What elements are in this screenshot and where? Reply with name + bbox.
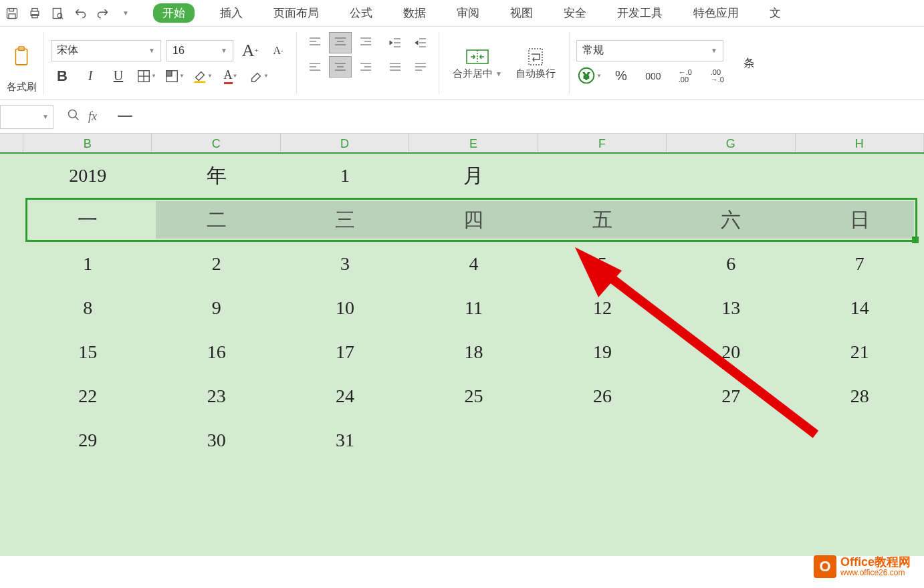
- increase-decimal[interactable]: .00→.0: [705, 65, 730, 87]
- cell[interactable]: 28: [796, 374, 924, 418]
- indent-increase[interactable]: [409, 32, 432, 53]
- save-icon[interactable]: [3, 5, 21, 22]
- decrease-font-icon[interactable]: A-: [267, 40, 290, 61]
- cell[interactable]: 6: [667, 242, 795, 286]
- col-f[interactable]: F: [538, 134, 667, 152]
- cell[interactable]: 六: [667, 198, 795, 242]
- align-center[interactable]: [329, 56, 352, 78]
- thousands-button[interactable]: 000: [641, 65, 666, 87]
- paste-button[interactable]: [7, 33, 36, 80]
- cell[interactable]: 12: [538, 286, 667, 330]
- cell[interactable]: 五: [538, 198, 667, 242]
- align-top-left[interactable]: [304, 32, 326, 53]
- distribute[interactable]: [409, 56, 432, 78]
- cell[interactable]: 9: [152, 286, 280, 330]
- align-top-center[interactable]: [329, 32, 352, 53]
- cell[interactable]: [796, 418, 924, 462]
- font-name-select[interactable]: 宋体 ▼: [51, 40, 161, 61]
- cell[interactable]: 2: [152, 242, 280, 286]
- spreadsheet-grid[interactable]: 2019 年 1 月 一 二 三 四 五 六 日 1 2 3 4 5 6 7 8…: [0, 154, 924, 556]
- bold-button[interactable]: B: [51, 65, 74, 87]
- undo-icon[interactable]: [72, 5, 89, 22]
- align-right[interactable]: [354, 56, 377, 78]
- cell[interactable]: 一: [23, 198, 152, 242]
- cell[interactable]: 26: [538, 374, 667, 418]
- cell[interactable]: [538, 418, 667, 462]
- eraser-button[interactable]: ▼: [247, 65, 270, 87]
- border-button[interactable]: ▼: [135, 65, 158, 87]
- cell[interactable]: 21: [796, 330, 924, 374]
- cell[interactable]: 30: [152, 418, 280, 462]
- col-c[interactable]: C: [152, 134, 280, 152]
- tab-start[interactable]: 开始: [153, 3, 195, 23]
- tab-dev-tools[interactable]: 开发工具: [612, 2, 668, 24]
- currency-button[interactable]: ¥▼: [576, 65, 602, 87]
- align-left[interactable]: [304, 56, 326, 78]
- cell[interactable]: 日: [796, 198, 924, 242]
- name-box[interactable]: ▼: [0, 105, 53, 129]
- cell[interactable]: 23: [152, 374, 280, 418]
- cell-style-button[interactable]: ▼: [163, 65, 186, 87]
- increase-font-icon[interactable]: A+: [239, 40, 261, 61]
- cell[interactable]: 二: [152, 198, 280, 242]
- col-b[interactable]: B: [23, 134, 152, 152]
- cell[interactable]: 10: [281, 286, 409, 330]
- select-all-corner[interactable]: [0, 134, 23, 152]
- decrease-decimal[interactable]: ←.0.00: [673, 65, 698, 87]
- print-icon[interactable]: [26, 5, 43, 22]
- fill-color-button[interactable]: ▼: [191, 65, 214, 87]
- cell[interactable]: 16: [152, 330, 280, 374]
- indent-decrease[interactable]: [384, 32, 407, 53]
- cell[interactable]: 24: [281, 374, 409, 418]
- cell[interactable]: 3: [281, 242, 409, 286]
- cell[interactable]: 月: [409, 154, 538, 198]
- underline-button[interactable]: U: [107, 65, 130, 87]
- align-top-right[interactable]: [354, 32, 377, 53]
- cell[interactable]: 7: [796, 242, 924, 286]
- cell[interactable]: 2019: [23, 154, 152, 198]
- italic-button[interactable]: I: [79, 65, 102, 87]
- formula-input[interactable]: 一: [110, 105, 924, 129]
- col-h[interactable]: H: [796, 134, 924, 152]
- auto-wrap-button[interactable]: 自动换行: [509, 32, 562, 94]
- cell[interactable]: 三: [281, 198, 409, 242]
- cell[interactable]: [538, 154, 667, 198]
- cell[interactable]: [796, 154, 924, 198]
- cond-format-label[interactable]: 条: [737, 55, 762, 71]
- cell[interactable]: [667, 418, 795, 462]
- cell[interactable]: 25: [409, 374, 538, 418]
- tab-featured[interactable]: 特色应用: [688, 2, 744, 24]
- cell[interactable]: [409, 418, 538, 462]
- font-size-select[interactable]: 16 ▼: [166, 40, 233, 61]
- cell[interactable]: 18: [409, 330, 538, 374]
- font-color-button[interactable]: A▼: [219, 65, 242, 87]
- cell[interactable]: 20: [667, 330, 795, 374]
- percent-button[interactable]: %: [608, 65, 634, 87]
- tab-insert[interactable]: 插入: [215, 2, 248, 24]
- cell[interactable]: 5: [538, 242, 667, 286]
- cell[interactable]: 22: [23, 374, 152, 418]
- tab-review[interactable]: 审阅: [451, 2, 485, 24]
- col-d[interactable]: D: [281, 134, 409, 152]
- cell[interactable]: 1: [281, 154, 409, 198]
- tab-security[interactable]: 安全: [558, 2, 592, 24]
- fx-icon[interactable]: fx: [88, 110, 97, 124]
- zoom-icon[interactable]: [67, 108, 80, 125]
- col-g[interactable]: G: [667, 134, 795, 152]
- tab-formula[interactable]: 公式: [344, 2, 378, 24]
- cell[interactable]: 4: [409, 242, 538, 286]
- cell[interactable]: 8: [23, 286, 152, 330]
- cell[interactable]: 27: [667, 374, 795, 418]
- cell[interactable]: 17: [281, 330, 409, 374]
- tab-page-layout[interactable]: 页面布局: [268, 2, 324, 24]
- number-format-select[interactable]: 常规 ▼: [576, 40, 723, 61]
- cell[interactable]: 15: [23, 330, 152, 374]
- cell[interactable]: 13: [667, 286, 795, 330]
- cell[interactable]: 四: [409, 198, 538, 242]
- cell[interactable]: 29: [23, 418, 152, 462]
- cell[interactable]: 1: [23, 242, 152, 286]
- dropdown-icon[interactable]: ▼: [117, 5, 134, 22]
- preview-icon[interactable]: [49, 5, 66, 22]
- tab-view[interactable]: 视图: [505, 2, 538, 24]
- tab-data[interactable]: 数据: [398, 2, 431, 24]
